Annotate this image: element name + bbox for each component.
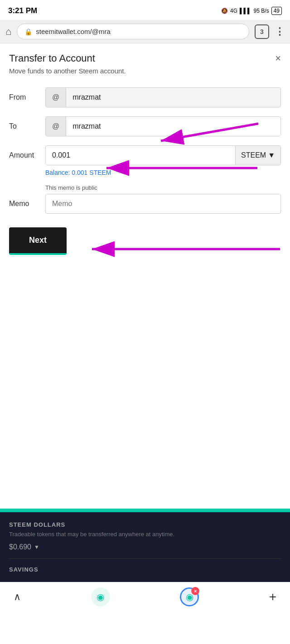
to-input[interactable] (66, 117, 280, 136)
status-time: 3:21 PM (8, 6, 37, 15)
nav-icon-1[interactable]: ◉ (91, 587, 110, 606)
currency-label: STEEM (241, 151, 266, 159)
modal-title: Transfer to Account (9, 53, 95, 64)
browser-menu[interactable]: ⋮ (275, 26, 285, 38)
white-space (0, 264, 290, 454)
memo-note-wrapper: This memo is public (45, 184, 281, 191)
status-icons: 🔕 4G ▌▌▌ 95 B/s 49 (221, 7, 282, 15)
memo-public-note: This memo is public (45, 184, 281, 191)
url-bar[interactable]: 🔒 steemitwallet.com/@mra (17, 24, 249, 39)
section-divider (9, 558, 281, 559)
dropdown-chevron[interactable]: ▼ (34, 544, 39, 550)
to-row: To @ (9, 116, 281, 136)
bottom-content: STEEM DOLLARS Tradeable tokens that may … (0, 512, 290, 582)
nav-icon-1-symbol: ◉ (97, 591, 104, 602)
balance-text: Balance: 0.001 STEEM (45, 169, 281, 176)
signal-4g: 4G (230, 8, 237, 14)
teal-bar (0, 509, 290, 512)
bottom-nav: ∧ ◉ ◉ × + (0, 582, 290, 611)
form-area: From @ To @ Amount STEEM ▼ (9, 87, 281, 255)
url-text: steemitwallet.com/@mra (36, 28, 110, 35)
currency-selector[interactable]: STEEM ▼ (235, 146, 280, 165)
from-label: From (9, 93, 45, 101)
memo-label: Memo (9, 200, 45, 208)
steem-dollars-title: STEEM DOLLARS (9, 521, 281, 528)
tabs-button[interactable]: 3 (255, 24, 269, 39)
modal-close-button[interactable]: × (275, 53, 281, 64)
steem-dollars-desc: Tradeable tokens that may be transferred… (9, 531, 281, 538)
signal-bars: ▌▌▌ (240, 8, 251, 14)
amount-input-wrapper: STEEM ▼ (45, 145, 281, 165)
bottom-dark-section: STEEM DOLLARS Tradeable tokens that may … (0, 509, 290, 582)
battery-speed: 95 B/s (254, 8, 269, 14)
to-label: To (9, 122, 45, 130)
from-row: From @ (9, 87, 281, 107)
amount-label: Amount (9, 151, 45, 159)
from-at-symbol: @ (46, 88, 66, 107)
modal-header: Transfer to Account × (9, 53, 281, 64)
battery-level: 49 (271, 7, 282, 15)
mute-icon: 🔕 (221, 8, 228, 14)
savings-title: SAVINGS (9, 566, 281, 573)
close-badge[interactable]: × (191, 587, 199, 595)
from-input[interactable] (66, 88, 280, 107)
home-icon[interactable]: ⌂ (5, 26, 11, 38)
to-input-wrapper[interactable]: @ (45, 116, 281, 136)
from-input-wrapper: @ (45, 87, 281, 107)
lock-icon: 🔒 (24, 28, 32, 35)
to-at-symbol: @ (46, 117, 66, 136)
steem-dollars-amount: $0.690 ▼ (9, 543, 281, 551)
amount-input[interactable] (46, 146, 235, 165)
back-button[interactable]: ∧ (14, 591, 21, 603)
next-arrow (85, 240, 285, 258)
plus-button[interactable]: + (269, 590, 276, 604)
page-content: Transfer to Account × Move funds to anot… (0, 43, 290, 264)
next-button[interactable]: Next (9, 227, 67, 255)
modal-subtitle: Move funds to another Steem account. (9, 67, 281, 75)
currency-dropdown-icon: ▼ (268, 151, 275, 159)
browser-bar: ⌂ 🔒 steemitwallet.com/@mra 3 ⋮ (0, 20, 290, 43)
nav-icon-2[interactable]: ◉ × (180, 587, 199, 606)
status-bar: 3:21 PM 🔕 4G ▌▌▌ 95 B/s 49 (0, 0, 290, 20)
next-button-area: Next (9, 227, 281, 255)
memo-row: Memo (9, 194, 281, 214)
memo-input[interactable] (45, 194, 281, 214)
amount-row: Amount STEEM ▼ (9, 145, 281, 165)
